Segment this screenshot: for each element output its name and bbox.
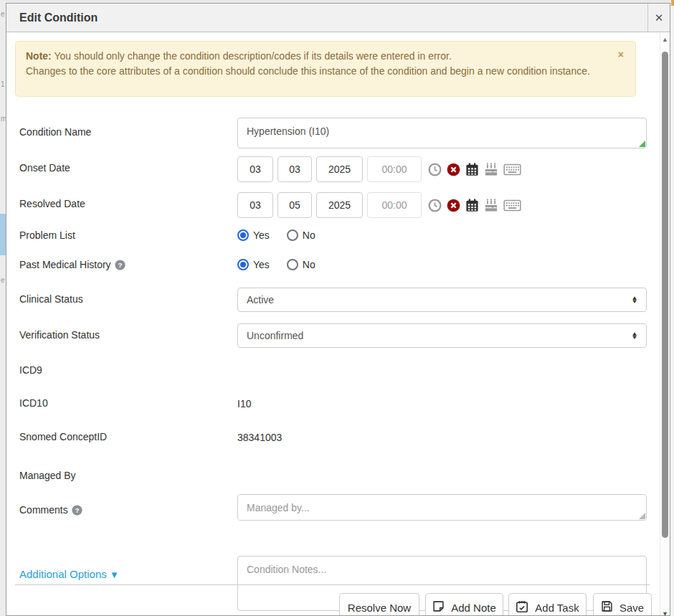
clinical-status-value: Active: [247, 294, 274, 305]
condition-name-label: Condition Name: [19, 126, 91, 138]
svg-text:?: ?: [75, 506, 79, 514]
resolved-year-input[interactable]: [316, 192, 363, 218]
resolved-day-input[interactable]: [237, 192, 273, 218]
birthday-cake-icon[interactable]: [484, 199, 498, 212]
question-circle-icon[interactable]: ?: [115, 260, 125, 273]
clock-icon[interactable]: [428, 163, 442, 176]
save-button[interactable]: Save: [593, 593, 652, 616]
warning-note: Note: You should only change the conditi…: [15, 41, 636, 97]
edit-condition-modal: Edit Condition ✕ Note: You should only c…: [6, 3, 670, 616]
note-text-2: Changes to the core attributes of a cond…: [26, 64, 601, 79]
verification-status-label: Verification Status: [19, 329, 100, 341]
verification-status-select[interactable]: Unconfirmed ▲▼: [237, 323, 647, 348]
caret-down-icon: ▼: [110, 569, 119, 580]
onset-date-row: [237, 156, 647, 182]
radio-label-yes[interactable]: Yes: [253, 259, 270, 270]
footer-divider: [15, 584, 650, 585]
birthday-cake-icon[interactable]: [484, 163, 498, 176]
onset-date-label: Onset Date: [19, 162, 70, 174]
managed-by-label: Managed By: [19, 470, 76, 481]
calendar-icon[interactable]: [465, 163, 479, 176]
background-page-right: [670, 0, 674, 616]
backdrop-chip: [671, 0, 674, 6]
backdrop-highlight: [0, 214, 6, 255]
scrollbar-thumb[interactable]: [662, 52, 668, 538]
scrollbar-up-icon[interactable]: ▲: [660, 36, 670, 43]
select-arrows-icon: ▲▼: [632, 296, 637, 303]
pmh-no-radio[interactable]: [287, 259, 298, 270]
snomed-conceptid-label: Snomed ConceptID: [19, 431, 107, 442]
managed-by-input[interactable]: [237, 494, 647, 521]
save-icon: [601, 600, 613, 615]
note-dismiss-icon[interactable]: ×: [618, 50, 624, 59]
resize-grip-icon[interactable]: [639, 141, 645, 147]
onset-day-input[interactable]: [237, 156, 273, 182]
times-circle-icon[interactable]: [447, 163, 460, 176]
condition-name-input[interactable]: Hypertension (I10): [237, 118, 647, 148]
onset-year-input[interactable]: [316, 156, 363, 182]
backdrop-fragment: e: [1, 276, 5, 284]
resolved-date-row: [237, 192, 647, 218]
note-text-1: You should only change the condition des…: [54, 50, 451, 62]
radio-label-yes[interactable]: Yes: [253, 229, 270, 241]
backdrop-fragment: e: [1, 10, 5, 18]
icd10-value: I10: [237, 398, 251, 409]
modal-header: Edit Condition ✕: [6, 4, 670, 32]
onset-time-input[interactable]: [367, 156, 422, 182]
calendar-icon[interactable]: [465, 199, 479, 212]
past-medical-history-radio-group: Yes No: [237, 259, 333, 270]
svg-text:?: ?: [118, 261, 122, 269]
comments-label: Comments?: [19, 504, 82, 518]
problem-list-label: Problem List: [19, 229, 75, 241]
note-icon: [432, 600, 445, 615]
clock-icon[interactable]: [428, 199, 442, 212]
resolved-date-label: Resolved Date: [19, 198, 85, 209]
onset-month-input[interactable]: [277, 156, 312, 182]
question-circle-icon[interactable]: ?: [72, 505, 82, 518]
past-medical-history-label: Past Medical History?: [19, 259, 125, 273]
icd9-label: ICD9: [19, 364, 42, 376]
problem-list-radio-group: Yes No: [237, 229, 333, 241]
select-arrows-icon: ▲▼: [632, 332, 637, 339]
modal-scrollbar[interactable]: ▲ ▼: [660, 33, 670, 615]
radio-label-no[interactable]: No: [303, 259, 315, 270]
icd10-label: ICD10: [19, 397, 48, 409]
close-icon[interactable]: ✕: [647, 4, 670, 32]
problem-list-yes-radio[interactable]: [237, 229, 249, 241]
background-page-left: e 1 m e: [0, 0, 6, 616]
backdrop-fragment: 1: [1, 80, 5, 88]
scrollbar-down-icon[interactable]: ▼: [660, 610, 670, 616]
backdrop-fragment: m: [1, 115, 6, 123]
add-note-button[interactable]: Add Note: [425, 593, 503, 616]
modal-title: Edit Condition: [6, 11, 98, 24]
verification-status-value: Unconfirmed: [247, 330, 303, 341]
additional-options-toggle[interactable]: Additional Options ▼: [19, 568, 119, 580]
calendar-check-icon: [516, 600, 528, 615]
problem-list-no-radio[interactable]: [287, 229, 298, 241]
times-circle-icon[interactable]: [447, 199, 460, 212]
clinical-status-label: Clinical Status: [19, 293, 83, 305]
pmh-yes-radio[interactable]: [237, 259, 249, 270]
resolved-time-input[interactable]: [367, 192, 422, 218]
clinical-status-select[interactable]: Active ▲▼: [237, 288, 647, 312]
keyboard-icon[interactable]: [503, 199, 521, 212]
radio-label-no[interactable]: No: [303, 229, 315, 241]
resolved-month-input[interactable]: [277, 192, 312, 218]
add-task-button[interactable]: Add Task: [508, 593, 587, 616]
resize-grip-icon[interactable]: [639, 513, 645, 519]
keyboard-icon[interactable]: [503, 164, 521, 176]
resolve-now-button[interactable]: Resolve Now: [339, 593, 419, 616]
note-label: Note:: [26, 50, 52, 62]
snomed-conceptid-value: 38341003: [237, 432, 282, 443]
